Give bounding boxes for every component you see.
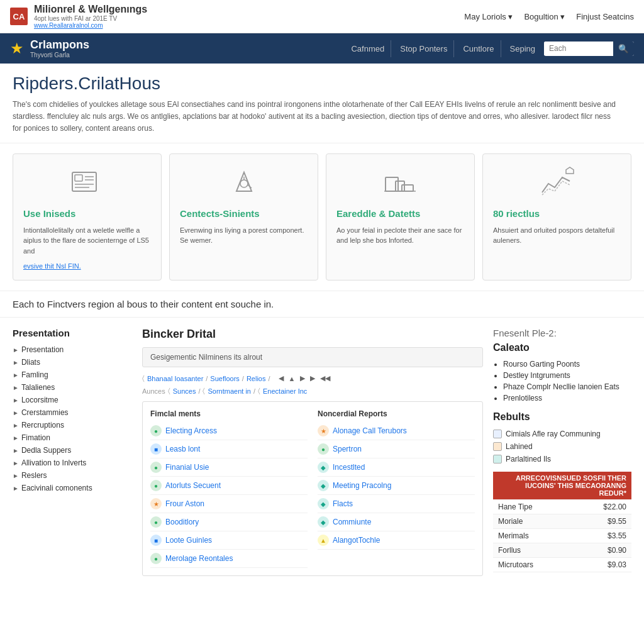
item-icon: ◆: [318, 462, 329, 473]
sub-bc-0[interactable]: Sunces: [173, 387, 196, 395]
col1-item[interactable]: ●Electing Arcess: [150, 422, 308, 440]
bc-nav-right[interactable]: ▶: [298, 374, 307, 383]
item-icon: ●: [150, 425, 162, 436]
sidebar-arrow-icon: ►: [13, 472, 19, 479]
card-link-0[interactable]: evsive thit Nsl FIN.: [23, 262, 151, 270]
top-bar-right: May Loriols ▾ Bogultion ▾ Finjust Seatci…: [464, 12, 634, 21]
sidebar-list-item[interactable]: ►Reslers: [13, 469, 132, 482]
sidebar-list-item[interactable]: ►Rercruptions: [13, 419, 132, 431]
top-bar: CA Milionrel & Wellgenıngs 4opt lues wit…: [0, 0, 644, 33]
bc-sep-1: /: [242, 375, 244, 382]
sidebar-list-item[interactable]: ►Dliats: [13, 356, 132, 369]
sidebar-list-item[interactable]: ►Presentation: [13, 343, 132, 356]
right-box-title: Caleato: [493, 342, 631, 353]
company-link[interactable]: www.Reallaralralnol.com: [34, 22, 147, 29]
bc-item-1[interactable]: Suefloors: [210, 375, 239, 382]
result-item[interactable]: Cimials Afle ray Communing: [493, 428, 631, 440]
col2-item[interactable]: ◆Commiunte: [318, 513, 475, 531]
search-button[interactable]: 🔍: [613, 42, 634, 56]
bc-nav-end[interactable]: ◀◀: [318, 374, 332, 383]
sub-bc-2[interactable]: Enectainer Inc: [263, 387, 307, 395]
col1-item[interactable]: ■Loote Guinles: [150, 531, 308, 550]
col1-item[interactable]: ●Booditlory: [150, 513, 308, 531]
right-list-item[interactable]: Rourso Garting Poonts: [503, 358, 631, 370]
card-2: Eareddle & Datetts Ao your feial in pecl…: [326, 153, 475, 281]
hero-description: The's com chidelies of youlckes alletage…: [13, 99, 616, 135]
svg-rect-11: [396, 181, 404, 191]
card-icon-2: [336, 164, 464, 202]
sidebar-list-item[interactable]: ►Fimation: [13, 431, 132, 444]
right-list-item[interactable]: Destley Intgruments: [503, 370, 631, 381]
col2-item[interactable]: ◆Incestlted: [318, 458, 475, 477]
right-list-item[interactable]: Prenlotiless: [503, 392, 631, 404]
sidebar-list-item[interactable]: ►Allivation to Inlverts: [13, 457, 132, 469]
col2-item[interactable]: ●Spertron: [318, 440, 475, 458]
col1-item[interactable]: ★Frour Aston: [150, 495, 308, 513]
sidebar-arrow-icon: ►: [13, 384, 19, 391]
col2-items: ★Alonage Call Terubors●Spertron◆Incestlt…: [318, 422, 475, 550]
table-row: Hane Tipe$22.00: [493, 500, 631, 514]
col1-item[interactable]: ●Finanial Usie: [150, 458, 308, 477]
col1-item[interactable]: ■Leasb lont: [150, 440, 308, 458]
result-icon: [493, 430, 502, 438]
nav-link-0[interactable]: Cafnmed: [345, 40, 391, 57]
table-row: Forllus$0.90: [493, 543, 631, 558]
card-title-3: 80 riectlus: [493, 208, 621, 219]
bc-nav-right2[interactable]: ▶: [308, 374, 317, 383]
sub-bc-1[interactable]: Sorntmaent in: [208, 387, 250, 395]
right-list: Rourso Garting PoontsDestley Intgruments…: [493, 358, 631, 404]
table-cell-name: Forllus: [493, 543, 573, 558]
result-icon: [493, 442, 502, 451]
bc-sep-0: /: [206, 375, 208, 382]
card-title-2: Eareddle & Datetts: [336, 208, 464, 219]
table-cell-value: $9.55: [573, 514, 631, 529]
col2-item[interactable]: ◆Meeting Pracolng: [318, 477, 475, 495]
bc-nav-left[interactable]: ◀: [277, 374, 286, 383]
sidebar-list-item[interactable]: ►Dedla Suppers: [13, 444, 132, 457]
result-item[interactable]: Parlaltined Ils: [493, 453, 631, 465]
svg-marker-14: [566, 167, 574, 174]
nav-brand: ★ Crlampons Thyvorti Garla: [10, 38, 89, 58]
center-content: Bincker Drital Gesigementic Nilminens it…: [142, 328, 483, 576]
top-nav-item-2[interactable]: Finjust Seatcins: [576, 12, 634, 21]
sidebar-list-item[interactable]: ►Famling: [13, 369, 132, 381]
hero-section: Ripders.CrilatHous The's com chidelies o…: [0, 64, 644, 143]
bc-item-0[interactable]: Bhanaal Ioasanter: [147, 375, 203, 382]
col1-item[interactable]: ●Merolage Reontales: [150, 550, 308, 568]
col2-item[interactable]: ▲AlangotTochle: [318, 531, 475, 550]
items-grid: Fimclal ments ●Electing Arcess■Leasb lon…: [142, 401, 483, 576]
col1-items: ●Electing Arcess■Leasb lont●Finanial Usi…: [150, 422, 308, 568]
sidebar-list-item[interactable]: ►Talalienes: [13, 381, 132, 394]
bc-nav-up[interactable]: ▲: [287, 374, 297, 383]
sidebar-arrow-icon: ►: [13, 460, 19, 467]
sidebar-list-item[interactable]: ►Crerstammies: [13, 406, 132, 419]
result-item[interactable]: Lahined: [493, 440, 631, 453]
card-title-1: Centects-Sinients: [180, 208, 308, 219]
bc-item-2[interactable]: Relios: [247, 375, 266, 382]
sidebar-list-item[interactable]: ►Eacivinali comonents: [13, 482, 132, 494]
item-icon: ●: [318, 443, 329, 455]
col1-item[interactable]: ●Atorluts Secuent: [150, 477, 308, 495]
sub-bc-label: Aunces: [142, 387, 165, 395]
col2-item[interactable]: ◆Flacts: [318, 495, 475, 513]
right-list-item[interactable]: Phaze Complr Necllie lanoien Eats: [503, 381, 631, 392]
sidebar-right: Fnesenlt Ple-2: Caleato Rourso Garting P…: [493, 328, 631, 576]
search-input[interactable]: [544, 42, 613, 55]
top-bar-left: CA Milionrel & Wellgenıngs 4opt lues wit…: [10, 4, 147, 29]
col2-item[interactable]: ★Alonage Call Terubors: [318, 422, 475, 440]
item-icon: ▲: [318, 535, 329, 546]
nav-link-3[interactable]: Seping: [504, 40, 541, 57]
top-nav-item-1[interactable]: Bogultion ▾: [524, 12, 565, 21]
sidebar-arrow-icon: ►: [13, 359, 19, 366]
search-placeholder-text: Gesigementic Nilminens its alrout: [150, 353, 262, 362]
tagline: Each to Finctvers region al bous to thei…: [0, 291, 644, 318]
top-nav-item-0[interactable]: May Loriols ▾: [464, 12, 513, 21]
svg-point-7: [240, 180, 248, 187]
nav-link-1[interactable]: Stop Ponters: [394, 40, 454, 57]
col2-title: Noncerdial Reports: [318, 409, 475, 418]
nav-link-2[interactable]: Cuntlore: [457, 40, 501, 57]
col2-section: Noncerdial Reports ★Alonage Call Terubor…: [318, 409, 475, 568]
table-row: Merimals$3.55: [493, 529, 631, 543]
sidebar-list-item[interactable]: ►Locorsitme: [13, 394, 132, 406]
nav-brand-info: Crlampons Thyvorti Garla: [30, 38, 89, 58]
